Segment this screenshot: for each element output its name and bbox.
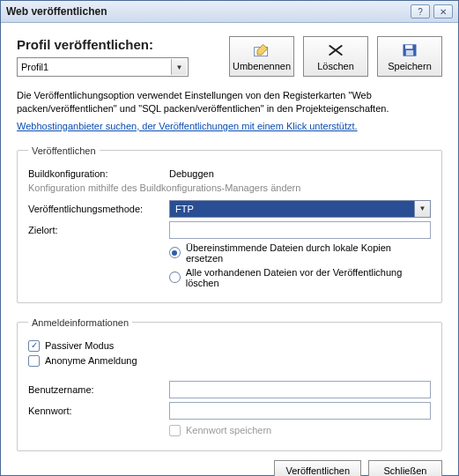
radio-delete-label: Alle vorhandenen Dateien vor der Veröffe… <box>186 267 431 288</box>
build-config-note: Konfiguration mithilfe des Buildkonfigur… <box>28 182 431 193</box>
chevron-down-icon: ▼ <box>414 201 430 217</box>
publish-web-dialog: Web veröffentlichen ? ✕ Profil veröffent… <box>0 0 459 476</box>
publish-group: Veröffentlichen Buildkonfiguration: Debu… <box>17 145 442 303</box>
radio-replace-label: Übereinstimmende Dateien durch lokale Ko… <box>186 242 431 264</box>
passive-mode-checkbox[interactable]: ✓ <box>28 340 40 352</box>
build-config-value: Debuggen <box>169 168 214 179</box>
target-input[interactable] <box>169 221 431 239</box>
publish-method-label: Veröffentlichungsmethode: <box>28 204 169 214</box>
username-input[interactable] <box>169 381 431 398</box>
svg-rect-3 <box>406 50 413 56</box>
publish-method-select[interactable]: FTP ▼ <box>169 200 431 218</box>
radio-delete[interactable] <box>169 271 181 283</box>
anonymous-label: Anonyme Anmeldung <box>45 355 137 366</box>
save-icon <box>401 42 418 58</box>
save-password-label: Kennwort speichern <box>186 425 271 435</box>
profile-select[interactable]: Profil1 ▼ <box>17 57 189 77</box>
titlebar: Web veröffentlichen ? ✕ <box>1 1 458 23</box>
password-label: Kennwort: <box>28 405 169 416</box>
hosting-link[interactable]: Webhostinganbieter suchen, der Veröffent… <box>17 121 442 131</box>
content-area: Profil veröffentlichen: Profil1 ▼ Umbene… <box>1 23 458 476</box>
publish-legend: Veröffentlichen <box>28 145 100 156</box>
rename-button[interactable]: Umbenennen <box>229 36 294 77</box>
delete-label: Löschen <box>317 61 354 71</box>
close-window-button[interactable]: ✕ <box>433 4 453 19</box>
description-text: Die Veröffentlichungsoption verwendet Ei… <box>17 89 442 115</box>
passive-mode-label: Passiver Modus <box>45 340 114 351</box>
credentials-group: Anmeldeinformationen ✓ Passiver Modus An… <box>17 317 442 451</box>
svg-rect-2 <box>405 45 412 48</box>
build-config-label: Buildkonfiguration: <box>28 168 169 179</box>
radio-replace[interactable] <box>169 247 181 258</box>
chevron-down-icon: ▼ <box>171 59 187 75</box>
rename-label: Umbenennen <box>233 61 291 71</box>
save-password-checkbox <box>169 425 181 436</box>
publish-method-value: FTP <box>175 204 194 214</box>
window-title: Web veröffentlichen <box>6 5 407 18</box>
password-input[interactable] <box>169 402 431 420</box>
username-label: Benutzername: <box>28 384 169 395</box>
delete-icon <box>327 42 344 58</box>
save-label: Speichern <box>388 61 432 71</box>
save-button[interactable]: Speichern <box>377 36 442 77</box>
profile-heading: Profil veröffentlichen: <box>17 37 193 52</box>
profile-selected-text: Profil1 <box>21 62 48 72</box>
credentials-legend: Anmeldeinformationen <box>28 317 132 328</box>
publish-button[interactable]: Veröffentlichen <box>274 460 361 476</box>
close-button[interactable]: Schließen <box>368 460 442 476</box>
help-button[interactable]: ? <box>411 4 430 19</box>
target-label: Zielort: <box>28 225 169 235</box>
anonymous-checkbox[interactable] <box>28 355 40 367</box>
delete-button[interactable]: Löschen <box>303 36 368 77</box>
rename-icon <box>253 42 270 58</box>
